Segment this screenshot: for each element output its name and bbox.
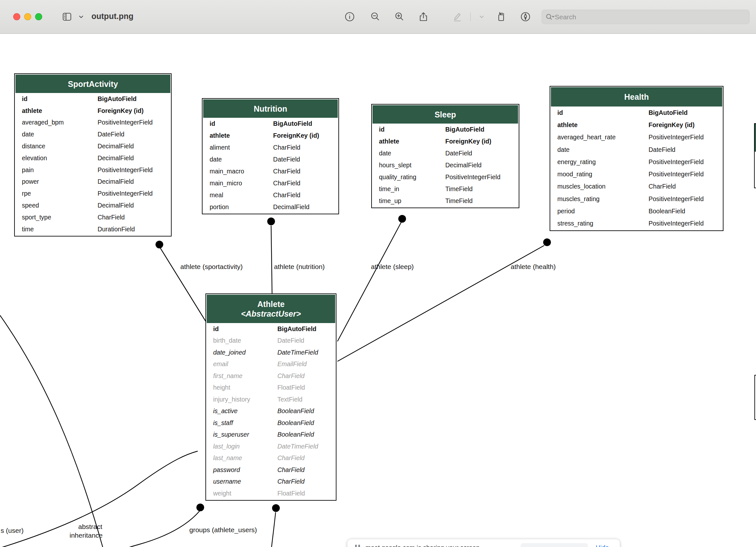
field-name: id xyxy=(207,325,219,333)
info-icon[interactable] xyxy=(344,11,355,23)
zoom-in-icon[interactable] xyxy=(393,11,405,23)
field-type: PositiveIntegerField xyxy=(648,195,704,203)
field-type: CharField xyxy=(277,454,305,462)
table-row: emailEmailField xyxy=(207,358,335,370)
chevron-down-icon[interactable] xyxy=(75,11,83,23)
edge-label: inheritance xyxy=(70,532,103,539)
field-type: CharField xyxy=(277,478,305,485)
table-sleep: Sleep idBigAutoFieldathleteForeignKey (i… xyxy=(371,104,519,208)
edge-dot-nutrition xyxy=(267,218,275,225)
share-message: meet.google.com is sharing your screen xyxy=(365,544,480,547)
edge-groups-athlete-users xyxy=(86,511,200,547)
table-row: main_microCharField xyxy=(203,177,338,189)
table-row: last_loginDateTimeField xyxy=(207,440,335,452)
table-row: heightFloatField xyxy=(207,382,335,394)
markup-pencil-icon[interactable] xyxy=(451,11,463,23)
field-type: DecimalField xyxy=(98,143,134,150)
table-row: averaged_bpmPositiveIntegerField xyxy=(15,117,170,129)
field-name: athlete xyxy=(203,132,230,139)
table-row: periodBooleanField xyxy=(551,205,722,217)
edge-label: athlete (sleep) xyxy=(371,263,414,271)
field-type: CharField xyxy=(648,183,676,190)
table-title: Nutrition xyxy=(254,104,287,114)
table-row: mealCharField xyxy=(203,189,338,201)
hide-link[interactable]: Hide xyxy=(596,544,609,547)
field-name: is_staff xyxy=(207,419,233,427)
field-name: rpe xyxy=(15,190,31,197)
edge-label: athlete (health) xyxy=(511,263,556,271)
table-row: stress_ratingPositiveIntegerField xyxy=(551,218,722,230)
table-row: weightFloatField xyxy=(207,487,335,499)
field-type: CharField xyxy=(273,144,300,151)
table-header: SportActivity xyxy=(15,75,170,93)
field-type: CharField xyxy=(98,214,125,221)
field-type: PositiveIntegerField xyxy=(648,158,704,166)
chevron-down-icon[interactable] xyxy=(476,11,484,23)
field-type: CharField xyxy=(277,466,305,474)
field-name: first_name xyxy=(207,372,242,380)
table-row: powerDecimalField xyxy=(15,176,170,188)
table-row: date_joinedDateTimeField xyxy=(207,346,335,358)
field-name: id xyxy=(15,95,27,103)
field-type: CharField xyxy=(277,372,305,380)
stop-sharing-button[interactable]: Stop sharing xyxy=(521,543,588,547)
sidebar-toggle-button[interactable] xyxy=(61,11,73,23)
table-row: idBigAutoField xyxy=(373,124,518,136)
close-button[interactable] xyxy=(13,13,20,20)
table-row: idBigAutoField xyxy=(203,118,338,130)
field-name: date xyxy=(551,146,570,154)
field-name: username xyxy=(207,478,241,485)
rotate-icon[interactable] xyxy=(496,11,507,23)
table-row: main_macroCharField xyxy=(203,165,338,177)
table-row: quality_ratingPositiveIntegerField xyxy=(373,171,518,183)
partial-table-right-bottom xyxy=(754,375,756,420)
field-type: PositiveIntegerField xyxy=(98,190,153,197)
toolbar-divider xyxy=(470,12,471,21)
field-name: height xyxy=(207,384,230,391)
table-header: Nutrition xyxy=(203,99,338,118)
edge-dot-bottom xyxy=(272,504,280,512)
table-title: SportActivity xyxy=(68,79,118,89)
edge-label: s (user) xyxy=(1,527,24,534)
edge-dot-sportactivity xyxy=(156,241,163,249)
minimize-button[interactable] xyxy=(24,13,31,20)
table-row: muscles_ratingPositiveIntegerField xyxy=(551,193,722,205)
field-name: is_superuser xyxy=(207,431,249,438)
window-title: output.png xyxy=(91,12,134,21)
field-type: DecimalField xyxy=(445,162,482,169)
edge-label: abstract xyxy=(78,523,102,531)
table-row: birth_dateDateField xyxy=(207,335,335,347)
search-input[interactable] xyxy=(555,13,749,21)
field-type: BigAutoField xyxy=(648,109,687,117)
table-title: Sleep xyxy=(435,110,456,119)
share-icon[interactable] xyxy=(418,11,429,23)
field-name: id xyxy=(551,109,563,117)
table-row: dateDateField xyxy=(551,144,722,156)
field-name: athlete xyxy=(373,138,399,145)
zoom-out-icon[interactable] xyxy=(369,11,381,23)
table-title: Health xyxy=(624,92,649,102)
field-name: pain xyxy=(15,166,34,174)
table-subtitle: <AbstractUser> xyxy=(241,309,301,318)
markup-pen-circle-icon[interactable] xyxy=(520,11,531,23)
table-row: athleteForeignKey (id) xyxy=(373,136,518,147)
table-header: Health xyxy=(551,87,722,107)
field-name: last_login xyxy=(207,443,240,450)
field-type: CharField xyxy=(273,192,300,199)
field-type: ForeignKey (id) xyxy=(648,121,695,129)
field-type: PositiveIntegerField xyxy=(648,220,704,227)
search-field[interactable] xyxy=(542,10,750,24)
table-row: idBigAutoField xyxy=(551,107,722,119)
field-name: id xyxy=(203,120,215,127)
field-name: muscles_rating xyxy=(551,195,600,203)
field-name: password xyxy=(207,466,240,474)
window-controls xyxy=(13,13,42,20)
field-name: muscles_location xyxy=(551,183,606,190)
field-type: ForeignKey (id) xyxy=(273,132,319,139)
pause-icon[interactable] xyxy=(355,545,360,547)
table-row: rpePositiveIntegerField xyxy=(15,188,170,200)
table-rows: idBigAutoFieldathleteForeignKey (id)aver… xyxy=(551,107,722,230)
table-header: Sleep xyxy=(373,105,518,124)
field-type: DateField xyxy=(98,131,124,138)
maximize-button[interactable] xyxy=(35,13,42,20)
